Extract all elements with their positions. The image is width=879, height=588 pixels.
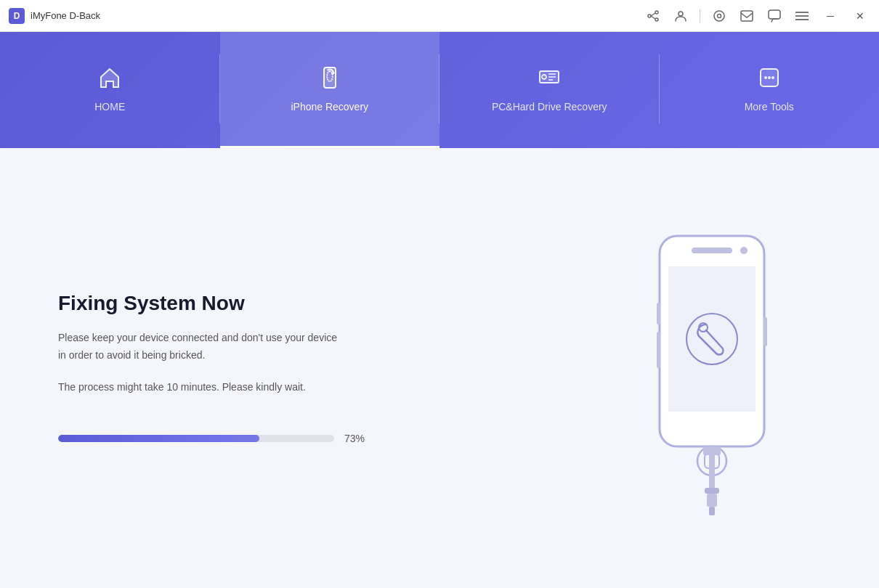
svg-rect-24	[692, 248, 732, 253]
phone-svg	[639, 230, 785, 520]
content-left: Fixing System Now Please keep your devic…	[58, 292, 574, 444]
title-bar-controls: ─ ✕	[644, 7, 870, 25]
fixing-title: Fixing System Now	[58, 292, 574, 315]
mail-icon-btn[interactable]	[738, 7, 756, 25]
svg-rect-33	[763, 317, 767, 346]
chat-icon	[768, 9, 781, 23]
more-tools-icon	[757, 65, 782, 94]
location-icon-btn[interactable]	[710, 7, 728, 25]
svg-point-7	[718, 14, 721, 17]
nav-item-more-label: More Tools	[745, 101, 794, 113]
svg-rect-8	[741, 11, 753, 21]
svg-line-3	[651, 13, 655, 16]
share-icon-btn[interactable]	[644, 7, 662, 25]
svg-rect-34	[703, 446, 721, 455]
nav-item-pc-label: PC&Hard Drive Recovery	[492, 101, 607, 113]
svg-rect-38	[709, 507, 715, 515]
svg-rect-35	[709, 455, 715, 491]
user-icon	[674, 9, 687, 23]
nav-item-iphone-label: iPhone Recovery	[291, 101, 368, 113]
svg-line-4	[651, 16, 655, 19]
svg-point-2	[648, 15, 651, 17]
app-logo: D	[9, 8, 25, 24]
user-icon-btn[interactable]	[672, 7, 689, 25]
minimize-button[interactable]: ─	[821, 7, 840, 25]
svg-rect-26	[668, 266, 756, 412]
svg-point-25	[740, 247, 748, 254]
nav-item-home-label: HOME	[94, 101, 125, 113]
fixing-description: Please keep your device connected and do…	[58, 330, 574, 364]
nav-item-iphone-recovery[interactable]: iPhone Recovery	[220, 32, 440, 148]
svg-rect-31	[657, 303, 660, 324]
progress-bar-fill	[58, 435, 259, 442]
nav-bar: HOME iPhone Recovery PC&Hard Drive Recov…	[0, 32, 879, 148]
svg-rect-32	[657, 332, 660, 368]
nav-item-home[interactable]: HOME	[0, 32, 220, 148]
phone-illustration	[639, 230, 785, 506]
svg-point-5	[679, 12, 683, 16]
menu-icon	[795, 11, 809, 21]
nav-item-pc-recovery[interactable]: PC&Hard Drive Recovery	[440, 32, 660, 148]
progress-percent: 73%	[344, 433, 365, 444]
content-right	[603, 230, 821, 506]
svg-point-1	[655, 18, 658, 21]
svg-point-21	[768, 76, 771, 79]
svg-point-0	[655, 11, 658, 14]
location-icon	[713, 9, 726, 23]
title-bar: D iMyFone D-Back	[0, 0, 879, 32]
mail-icon	[740, 10, 753, 22]
chat-icon-btn[interactable]	[766, 7, 783, 25]
pc-recovery-icon	[537, 65, 562, 94]
svg-rect-36	[705, 488, 719, 494]
menu-icon-btn[interactable]	[793, 7, 811, 25]
separator	[700, 9, 700, 23]
svg-rect-37	[707, 494, 717, 507]
app-title: iMyFone D-Back	[31, 10, 100, 21]
title-bar-left: D iMyFone D-Back	[9, 8, 100, 24]
iphone-recovery-icon	[317, 65, 342, 94]
description-line1: Please keep your device connected and do…	[58, 330, 574, 347]
svg-point-22	[771, 76, 774, 79]
progress-section: 73%	[58, 433, 574, 444]
home-icon	[97, 65, 122, 94]
nav-item-more-tools[interactable]: More Tools	[660, 32, 880, 148]
svg-point-6	[714, 11, 724, 21]
fixing-note: The process might take 10 minutes. Pleas…	[58, 379, 574, 396]
share-icon	[647, 10, 659, 22]
main-content: Fixing System Now Please keep your devic…	[0, 148, 879, 588]
svg-rect-9	[769, 10, 780, 19]
close-button[interactable]: ✕	[850, 7, 870, 25]
svg-point-20	[764, 76, 767, 79]
description-line2: in order to avoid it being bricked.	[58, 347, 574, 364]
progress-bar-container	[58, 435, 334, 442]
